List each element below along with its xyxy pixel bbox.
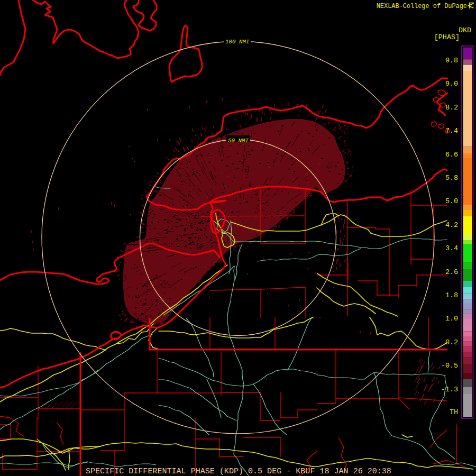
svg-text:4.2: 4.2 <box>445 221 458 229</box>
svg-text:5.0: 5.0 <box>445 197 458 205</box>
svg-text:1.0: 1.0 <box>445 315 458 323</box>
svg-text:DKD: DKD <box>459 26 471 34</box>
svg-text:8.2: 8.2 <box>445 104 458 112</box>
svg-text:SPECIFIC DIFFERENTIAL PHASE (K: SPECIFIC DIFFERENTIAL PHASE (KDP) 0.5 DE… <box>86 466 391 476</box>
svg-text:0.2: 0.2 <box>445 338 458 346</box>
svg-text:7.4: 7.4 <box>445 127 458 135</box>
svg-text:1.8: 1.8 <box>445 291 458 299</box>
svg-text:-0.5: -0.5 <box>441 362 458 370</box>
svg-text:3.4: 3.4 <box>445 244 458 252</box>
svg-text:9.8: 9.8 <box>445 57 458 65</box>
svg-text:50 NMI: 50 NMI <box>228 138 249 144</box>
svg-text:NEXLAB-College of DuPage: NEXLAB-College of DuPage <box>377 3 467 10</box>
svg-text:9.0: 9.0 <box>445 80 458 88</box>
svg-text:-1.3: -1.3 <box>441 386 458 393</box>
svg-text:6.6: 6.6 <box>445 151 458 159</box>
svg-text:100 NMI: 100 NMI <box>225 39 250 45</box>
svg-text:5.8: 5.8 <box>445 174 458 182</box>
svg-text:[PHAS]: [PHAS] <box>434 33 460 41</box>
svg-text:TH: TH <box>450 408 458 416</box>
svg-text:2.6: 2.6 <box>445 268 458 276</box>
